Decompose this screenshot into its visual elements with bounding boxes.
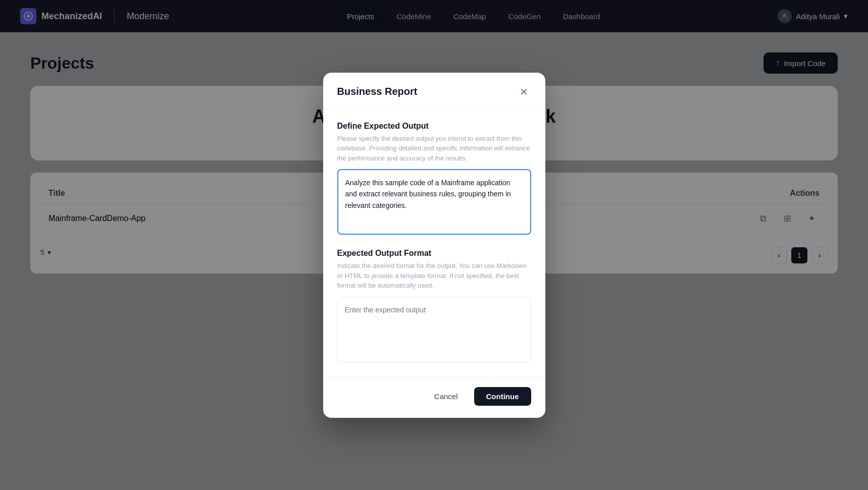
define-section: Define Expected Output Please specify th…	[337, 122, 531, 237]
business-report-modal: Business Report ✕ Define Expected Output…	[323, 73, 545, 418]
modal-header: Business Report ✕	[323, 73, 545, 110]
define-section-desc: Please specify the desired output you in…	[337, 134, 531, 164]
format-section: Expected Output Format Indicate the desi…	[337, 249, 531, 364]
modal-footer: Cancel Continue	[323, 376, 545, 418]
modal-title: Business Report	[337, 86, 418, 97]
format-section-title: Expected Output Format	[337, 249, 531, 258]
output-format-input[interactable]	[337, 297, 531, 362]
continue-button[interactable]: Continue	[474, 387, 531, 406]
cancel-button[interactable]: Cancel	[424, 387, 468, 406]
modal-close-button[interactable]: ✕	[517, 85, 531, 99]
format-section-desc: Indicate the desired format for the outp…	[337, 261, 531, 291]
modal-body: Define Expected Output Please specify th…	[323, 110, 545, 376]
modal-overlay[interactable]: Business Report ✕ Define Expected Output…	[0, 0, 868, 490]
expected-output-input[interactable]: Analyze this sample code of a Mainframe …	[337, 169, 531, 235]
define-section-title: Define Expected Output	[337, 122, 531, 131]
